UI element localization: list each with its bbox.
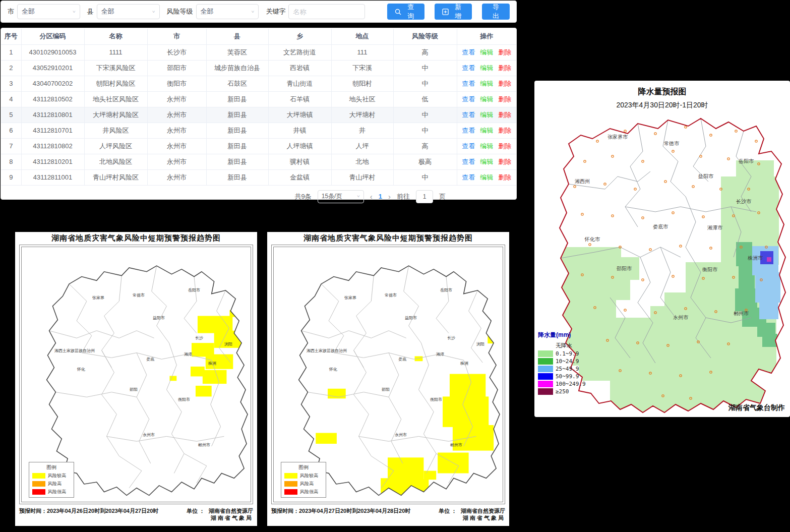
view-link[interactable]: 查看 bbox=[462, 142, 475, 150]
delete-link[interactable]: 删除 bbox=[498, 158, 511, 165]
view-link[interactable]: 查看 bbox=[462, 80, 475, 87]
keyword-input[interactable] bbox=[288, 4, 365, 19]
forecast-time: 预报时间：2023年04月26日20时到2023年04月27日20时 bbox=[19, 507, 158, 522]
delete-link[interactable]: 删除 bbox=[498, 48, 511, 56]
cell-township: 井镇 bbox=[268, 123, 331, 138]
delete-link[interactable]: 删除 bbox=[498, 127, 511, 134]
view-link[interactable]: 查看 bbox=[462, 111, 475, 119]
city-label: 株洲 bbox=[460, 361, 468, 366]
cell-index: 3 bbox=[1, 76, 21, 91]
cell-actions: 查看编辑删除 bbox=[457, 107, 516, 123]
county-select[interactable]: 全部 ˅ bbox=[97, 4, 160, 19]
unit-org-1: 湖南省自然资源厅 bbox=[209, 507, 253, 514]
cell-location: 青山坪村 bbox=[331, 169, 393, 185]
edit-link[interactable]: 编辑 bbox=[480, 142, 493, 150]
legend-item: 风险很高 bbox=[284, 489, 323, 495]
city-label: 邵阳 bbox=[382, 387, 390, 392]
legend-item: 100~249.9 bbox=[538, 381, 586, 387]
cell-township: 西岩镇 bbox=[268, 60, 331, 76]
page-size-select[interactable]: 15条/页 ˅ bbox=[318, 190, 364, 203]
table-row: 8 43112810201 北地风险区 永州市 新田县 骥村镇 北地 极高 查看… bbox=[1, 154, 516, 169]
page-number[interactable]: 1 bbox=[379, 193, 382, 200]
cell-name: 朝阳村风险区 bbox=[84, 76, 147, 91]
delete-link[interactable]: 删除 bbox=[498, 80, 511, 87]
cell-name: 大坪塘村风险区 bbox=[84, 107, 147, 123]
forecast-map-title: 湖南省地质灾害气象风险中短期预警预报趋势图 bbox=[267, 232, 509, 243]
cell-name: 下宋溪风险区 bbox=[84, 60, 147, 76]
city-select[interactable]: 全部 ˅ bbox=[17, 4, 80, 19]
cell-location: 人坪 bbox=[331, 138, 393, 154]
view-link[interactable]: 查看 bbox=[462, 127, 475, 134]
city-filter-label: 市 bbox=[8, 7, 14, 16]
city-label: 常德市 bbox=[385, 292, 397, 298]
rain-legend: 降水量(mm) 无降水 0.1~9.9 10~24.9 25~49.9 50~9… bbox=[538, 331, 586, 395]
rain-legend-title: 降水量(mm) bbox=[538, 331, 586, 339]
city-label: 邵阳 bbox=[130, 387, 138, 392]
city-label: 株洲 bbox=[208, 361, 216, 366]
cell-township: 大坪塘镇 bbox=[268, 107, 331, 123]
legend-swatch bbox=[538, 350, 553, 357]
goto-page-input[interactable] bbox=[416, 190, 433, 203]
rain-forecast-panel: 降水量预报图 2023年4月30日20时-1日20时 bbox=[534, 81, 790, 417]
edit-link[interactable]: 编辑 bbox=[480, 64, 493, 72]
view-link[interactable]: 查看 bbox=[462, 173, 475, 181]
map-credit: 湖南省气象台制作 bbox=[728, 403, 785, 412]
city-label: 岳阳市 bbox=[440, 287, 452, 293]
cell-county: 芙蓉区 bbox=[206, 44, 268, 60]
view-link[interactable]: 查看 bbox=[462, 158, 475, 165]
prev-page-button[interactable]: ‹ bbox=[370, 193, 373, 200]
export-button[interactable]: 导出 bbox=[482, 4, 510, 20]
legend-title: 图例 bbox=[32, 464, 71, 471]
edit-link[interactable]: 编辑 bbox=[480, 173, 493, 181]
delete-link[interactable]: 删除 bbox=[498, 64, 511, 72]
cell-actions: 查看编辑删除 bbox=[457, 44, 516, 60]
search-button[interactable]: 查询 bbox=[387, 4, 424, 20]
cell-risk-level: 低 bbox=[393, 91, 457, 107]
edit-link[interactable]: 编辑 bbox=[480, 95, 493, 103]
cell-city: 永州市 bbox=[147, 154, 206, 169]
table-row: 4 43112810502 地头社区风险区 永州市 新田县 石羊镇 地头社区 低… bbox=[1, 91, 516, 107]
cell-zone-code: 43112811001 bbox=[21, 169, 84, 185]
legend-swatch bbox=[538, 388, 553, 395]
cell-actions: 查看编辑删除 bbox=[457, 60, 516, 76]
county-select-value: 全部 bbox=[101, 7, 114, 16]
cell-township: 人坪塘镇 bbox=[268, 138, 331, 154]
edit-link[interactable]: 编辑 bbox=[480, 111, 493, 119]
add-button[interactable]: 新增 bbox=[435, 4, 472, 20]
risk-level-select[interactable]: 全部 ˅ bbox=[196, 4, 259, 19]
cell-county: 新田县 bbox=[206, 154, 268, 169]
view-link[interactable]: 查看 bbox=[462, 48, 475, 56]
unit-org-2: 湖南省气象局 bbox=[209, 514, 253, 521]
cell-risk-level: 中 bbox=[393, 76, 457, 91]
edit-link[interactable]: 编辑 bbox=[480, 127, 493, 134]
next-page-button[interactable]: › bbox=[388, 193, 391, 200]
delete-link[interactable]: 删除 bbox=[498, 142, 511, 150]
city-label: 永州市 bbox=[395, 432, 407, 438]
cell-index: 1 bbox=[1, 44, 21, 60]
view-link[interactable]: 查看 bbox=[462, 64, 475, 72]
cell-risk-level: 中 bbox=[393, 107, 457, 123]
legend-label: 风险高 bbox=[300, 481, 314, 487]
cell-index: 2 bbox=[1, 60, 21, 76]
city-label: 浏阳 bbox=[476, 341, 484, 347]
legend-item: 50~99.9 bbox=[538, 373, 586, 380]
delete-link[interactable]: 删除 bbox=[498, 111, 511, 119]
cell-county: 城步苗族自治县 bbox=[206, 60, 268, 76]
legend-item: ≥250 bbox=[538, 388, 586, 395]
delete-link[interactable]: 删除 bbox=[498, 95, 511, 103]
cell-zone-code: 43112810201 bbox=[21, 154, 84, 169]
cell-township: 文艺路街道 bbox=[268, 44, 331, 60]
cell-county: 新田县 bbox=[206, 91, 268, 107]
legend-label: 0.1~9.9 bbox=[556, 350, 579, 357]
legend-swatch bbox=[284, 481, 297, 487]
legend-label: 风险很高 bbox=[300, 489, 318, 495]
city-label: 张家界 bbox=[92, 295, 104, 301]
edit-link[interactable]: 编辑 bbox=[480, 48, 493, 56]
delete-link[interactable]: 删除 bbox=[498, 173, 511, 181]
edit-link[interactable]: 编辑 bbox=[480, 80, 493, 87]
city-label: 怀化 bbox=[329, 367, 337, 372]
forecast-map-panel-1: 湖南省地质灾害气象风险中短期预警预报趋势图 bbox=[15, 232, 257, 526]
city-label: 娄底 bbox=[398, 357, 406, 362]
view-link[interactable]: 查看 bbox=[462, 95, 475, 103]
edit-link[interactable]: 编辑 bbox=[480, 158, 493, 165]
